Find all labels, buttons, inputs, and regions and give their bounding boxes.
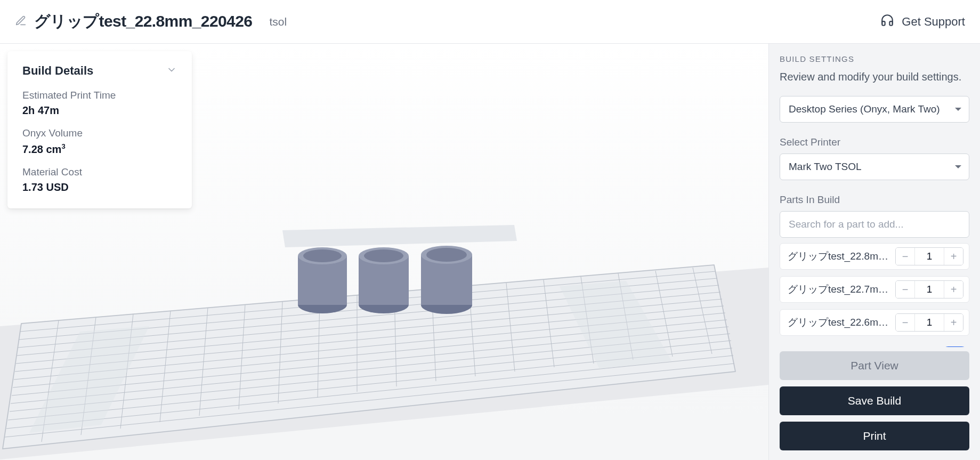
build-settings-sidebar: BUILD SETTINGS Review and modify your bu…	[768, 44, 980, 460]
build-details-title: Build Details	[22, 64, 93, 78]
part-row: グリップtest_22.7m… − 1 +	[780, 276, 969, 303]
part-preview-cylinders	[298, 246, 472, 314]
decrement-button[interactable]: −	[896, 314, 915, 331]
detail-onyx-volume: Onyx Volume 7.28 cm3	[22, 127, 177, 156]
device-series-value: Desktop Series (Onyx, Mark Two)	[789, 103, 940, 115]
get-support[interactable]: Get Support	[880, 13, 965, 30]
detail-print-time: Estimated Print Time 2h 47m	[22, 90, 177, 117]
part-name[interactable]: グリップtest_22.6m…	[788, 316, 895, 329]
increment-button[interactable]: +	[944, 281, 963, 298]
parts-in-build-label: Parts In Build	[780, 194, 969, 206]
quantity-stepper: − 1 +	[895, 313, 963, 332]
build-details-card: Build Details Estimated Print Time 2h 47…	[7, 51, 192, 208]
svg-point-48	[364, 249, 403, 262]
quantity-value[interactable]: 1	[915, 281, 944, 298]
decrement-button[interactable]: −	[896, 281, 915, 298]
device-series-select[interactable]: Desktop Series (Onyx, Mark Two)	[780, 96, 969, 123]
select-printer-label: Select Printer	[780, 136, 969, 148]
part-view-button[interactable]: Part View	[780, 351, 969, 380]
printer-value: Mark Two TSOL	[789, 161, 862, 173]
detail-print-time-value: 2h 47m	[22, 104, 177, 117]
part-row: グリップtest_22.8m… − 1 +	[780, 243, 969, 270]
detail-cost-label: Material Cost	[22, 166, 177, 178]
save-build-button[interactable]: Save Build	[780, 386, 969, 415]
caret-down-icon	[955, 108, 961, 111]
part-name[interactable]: グリップtest_22.7m…	[788, 283, 895, 296]
print-button[interactable]: Print	[780, 422, 969, 450]
printer-select[interactable]: Mark Two TSOL	[780, 154, 969, 180]
increment-button[interactable]: +	[944, 314, 963, 331]
part-search-input[interactable]	[780, 211, 969, 238]
detail-onyx-value: 7.28 cm3	[22, 142, 177, 156]
part-name[interactable]: グリップtest_22.8m…	[788, 249, 895, 263]
build-settings-desc: Review and modify your build settings.	[780, 71, 969, 83]
header: グリップtest_22.8mm_220426 tsol Get Support	[0, 0, 980, 44]
svg-point-52	[426, 248, 467, 262]
quantity-stepper: − 1 +	[895, 247, 963, 265]
caret-down-icon	[955, 165, 961, 168]
build-settings-title: BUILD SETTINGS	[780, 54, 969, 63]
headphones-icon	[880, 13, 894, 30]
svg-marker-38	[282, 225, 517, 247]
detail-print-time-label: Estimated Print Time	[22, 90, 177, 101]
detail-onyx-label: Onyx Volume	[22, 127, 177, 139]
quantity-value[interactable]: 1	[915, 314, 944, 331]
chevron-down-icon[interactable]	[166, 64, 177, 77]
quantity-stepper: − 1 +	[895, 280, 963, 298]
svg-point-44	[303, 249, 342, 262]
part-row: グリップtest_22.6m… − 1 +	[780, 309, 969, 336]
quantity-value[interactable]: 1	[915, 248, 944, 265]
increment-button[interactable]: +	[944, 248, 963, 265]
pencil-icon[interactable]	[15, 15, 27, 29]
build-plate-viewport[interactable]: Build Details Estimated Print Time 2h 47…	[0, 44, 768, 460]
header-left: グリップtest_22.8mm_220426 tsol	[15, 11, 287, 33]
detail-material-cost: Material Cost 1.73 USD	[22, 166, 177, 193]
owner-name: tsol	[269, 15, 287, 28]
decrement-button[interactable]: −	[896, 248, 915, 265]
get-support-label: Get Support	[902, 15, 965, 29]
detail-cost-value: 1.73 USD	[22, 181, 177, 193]
build-name[interactable]: グリップtest_22.8mm_220426	[34, 11, 252, 33]
